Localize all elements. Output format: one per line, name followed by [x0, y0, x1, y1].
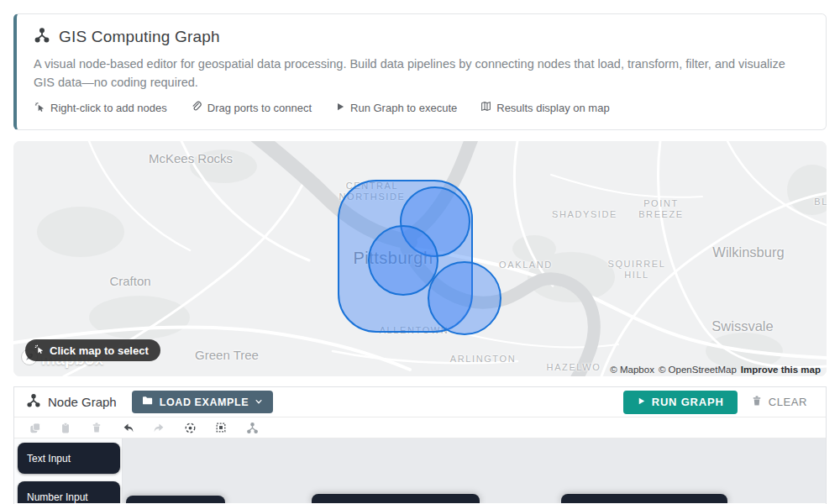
paste-icon[interactable]: [55, 419, 76, 436]
cursor-click-icon: [34, 101, 45, 115]
graph-icon: [34, 27, 50, 47]
page-description: A visual node-based editor for geospatia…: [34, 55, 809, 92]
map-canvas[interactable]: McKees Rocks CENTRAL NORTHSIDE Pittsburg…: [13, 141, 827, 376]
buffer-circle-2[interactable]: [369, 226, 438, 295]
play-icon: [637, 396, 646, 408]
play-icon: [335, 102, 345, 114]
copy-icon[interactable]: [24, 419, 45, 436]
graph-toolbar: [14, 417, 826, 438]
redo-icon[interactable]: [149, 419, 169, 436]
map-select-tooltip: Click map to select: [25, 339, 160, 361]
graph-icon: [26, 393, 41, 411]
undo-icon[interactable]: [118, 419, 138, 436]
clear-button[interactable]: CLEAR: [743, 391, 816, 414]
palette-item-number-input[interactable]: Number Input: [18, 481, 120, 503]
attribution-osm-link[interactable]: © OpenStreetMap: [659, 365, 737, 375]
hint-run-graph: Run Graph to execute: [335, 101, 457, 115]
node-graph-panel: Node Graph LOAD EXAMPLE RUN GRAPH C: [13, 386, 827, 504]
page-title: GIS Computing Graph: [59, 28, 220, 46]
graph-node[interactable]: [561, 494, 727, 503]
header-card: GIS Computing Graph A visual node-based …: [13, 13, 827, 130]
hint-drag-ports: Drag ports to connect: [191, 101, 312, 115]
attribution-mapbox-link[interactable]: © Mapbox: [610, 365, 654, 375]
map-icon: [480, 101, 491, 114]
panel-header: Node Graph LOAD EXAMPLE RUN GRAPH C: [14, 387, 826, 417]
hints-row: Right-click to add nodes Drag ports to c…: [34, 101, 809, 115]
hint-results-map: Results display on map: [480, 101, 609, 115]
graph-node[interactable]: [126, 496, 225, 503]
node-palette: Text Input Number Input: [14, 438, 123, 503]
folder-icon: [142, 396, 154, 408]
buffer-circle-3[interactable]: [428, 262, 501, 334]
delete-icon[interactable]: [87, 419, 107, 436]
chevron-down-icon: [255, 396, 263, 408]
link-icon: [191, 101, 202, 115]
improve-map-link[interactable]: Improve this map: [741, 365, 821, 375]
trash-icon: [751, 395, 763, 409]
load-example-button[interactable]: LOAD EXAMPLE: [132, 391, 274, 413]
palette-item-text-input[interactable]: Text Input: [18, 443, 120, 474]
graph-canvas[interactable]: Text Input Number Input: [14, 438, 826, 503]
map-attribution: © Mapbox © OpenStreetMap Improve this ma…: [610, 365, 821, 375]
run-graph-button[interactable]: RUN GRAPH: [623, 391, 738, 414]
graph-node[interactable]: [312, 494, 480, 503]
select-all-icon[interactable]: [211, 419, 231, 436]
auto-layout-icon[interactable]: [242, 419, 262, 436]
panel-title: Node Graph: [26, 393, 117, 411]
hint-add-nodes: Right-click to add nodes: [34, 101, 167, 115]
zoom-fit-icon[interactable]: [180, 419, 200, 436]
cursor-click-icon: [34, 344, 45, 357]
